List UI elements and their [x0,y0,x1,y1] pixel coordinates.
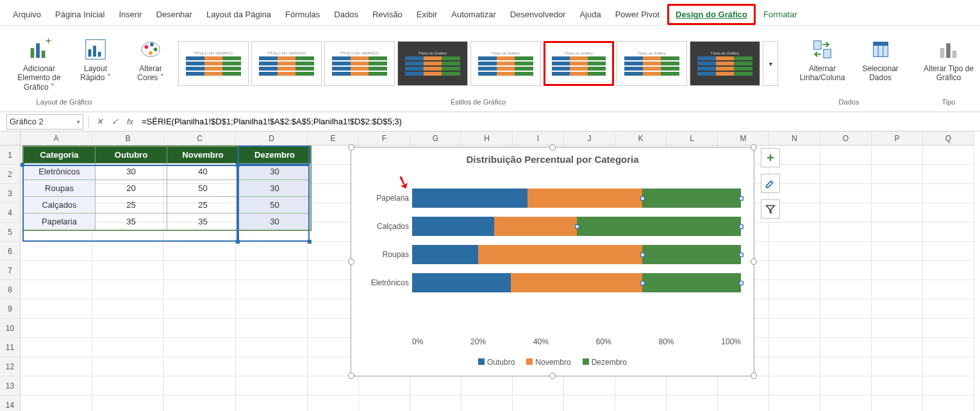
plot-area[interactable]: PapelariaCalçadosRoupasEletrônicos [412,180,741,331]
cell-D6[interactable] [236,242,308,261]
cell-A9[interactable] [21,299,92,319]
table-cell[interactable]: 20 [96,180,167,197]
bar-segment-outubro[interactable] [412,273,511,292]
bar-segment-dezembro[interactable] [642,245,741,264]
cell-C14[interactable] [164,396,236,411]
row-header-13[interactable]: 13 [0,376,21,396]
cell-O3[interactable] [820,184,872,203]
cell-Q14[interactable] [923,396,974,411]
cell-Q9[interactable] [923,299,974,319]
tab-exibir[interactable]: Exibir [410,6,444,23]
cell-A13[interactable] [21,376,92,396]
cell-N12[interactable] [769,357,820,376]
cell-B12[interactable] [92,357,164,376]
cell-B14[interactable] [92,396,164,411]
cell-J14[interactable] [564,396,615,411]
cell-Q3[interactable] [923,184,974,203]
cell-H13[interactable] [461,376,513,396]
table-cell[interactable]: Roupas [24,180,96,197]
table-cell[interactable]: 30 [239,180,311,197]
table-cell[interactable]: 30 [96,164,167,180]
tab-ajuda[interactable]: Ajuda [573,6,607,23]
quick-layout-button[interactable]: Layout Rápido ˅ [73,35,118,92]
cell-O13[interactable] [820,376,872,396]
cell-O12[interactable] [820,357,872,376]
cell-O5[interactable] [820,222,872,242]
change-colors-button[interactable]: Alterar Cores ˅ [131,35,170,92]
cell-F13[interactable] [359,376,410,396]
legend-item-novembro[interactable]: Novembro [526,358,570,367]
cell-D11[interactable] [236,338,308,357]
row-header-7[interactable]: 7 [0,261,21,280]
select-all-corner[interactable] [0,131,21,146]
cell-N13[interactable] [769,376,820,396]
column-headers[interactable]: ABCDEFGHIJKLMNOPQ [21,131,980,146]
cell-D7[interactable] [236,261,308,280]
cell-N11[interactable] [769,338,820,357]
table-cell[interactable]: 50 [239,197,311,214]
bar-segment-novembro[interactable] [511,273,642,292]
row-header-6[interactable]: 6 [0,242,21,261]
cell-O9[interactable] [820,299,872,319]
cell-B6[interactable] [92,242,164,261]
cell-A8[interactable] [21,280,92,299]
cell-F14[interactable] [359,396,410,411]
col-header-I[interactable]: I [513,131,564,146]
cell-D14[interactable] [236,396,308,411]
table-cell[interactable]: 25 [167,197,239,214]
chart-legend[interactable]: OutubroNovembroDezembro [351,358,754,367]
col-header-F[interactable]: F [359,131,410,146]
cell-N14[interactable] [769,396,820,411]
x-tick-label[interactable]: 0% [412,337,423,346]
cell-A10[interactable] [21,319,92,338]
cell-Q6[interactable] [923,242,974,261]
cell-O7[interactable] [820,261,872,280]
col-header-P[interactable]: P [872,131,923,146]
cell-C11[interactable] [164,338,236,357]
cell-P4[interactable] [872,203,923,222]
table-cell[interactable]: 25 [96,197,167,214]
bar-segment-novembro[interactable] [478,245,643,264]
chart-filter-button[interactable] [761,199,780,219]
tab-automatizar[interactable]: Automatizar [445,6,502,23]
cell-G13[interactable] [410,376,461,396]
cell-P13[interactable] [872,376,923,396]
y-category-label[interactable]: Papelaria [358,194,409,203]
cell-P7[interactable] [872,261,923,280]
table-cell[interactable]: Calçados [24,197,96,214]
y-category-label[interactable]: Calçados [358,222,409,231]
chart-style-1[interactable]: TÍTULO DO GRÁFICO [178,41,249,86]
tab-arquivo[interactable]: Arquivo [6,6,47,23]
col-header-N[interactable]: N [769,131,820,146]
cell-M13[interactable] [718,376,769,396]
legend-item-outubro[interactable]: Outubro [478,358,515,367]
col-header-C[interactable]: C [164,131,236,146]
worksheet[interactable]: 123456789101112131415 ABCDEFGHIJKLMNOPQ … [0,131,980,411]
cell-A6[interactable] [21,242,92,261]
table-cell[interactable]: 35 [96,214,167,230]
cell-C9[interactable] [164,299,236,319]
chart-style-2[interactable]: TÍTULO DO GRÁFICO [251,41,322,86]
cell-O10[interactable] [820,319,872,338]
col-header-D[interactable]: D [236,131,308,146]
table-cell[interactable]: Eletrônicos [24,164,96,180]
bar-segment-outubro[interactable] [412,217,494,236]
table-cell[interactable]: 50 [167,180,239,197]
cell-P5[interactable] [872,222,923,242]
cell-K14[interactable] [615,396,667,411]
cell-H14[interactable] [461,396,513,411]
bar-segment-dezembro[interactable] [577,217,742,236]
x-tick-label[interactable]: 60% [596,337,611,346]
table-cell[interactable]: 40 [167,164,239,180]
col-header-H[interactable]: H [461,131,513,146]
cell-B8[interactable] [92,280,164,299]
cell-P11[interactable] [872,338,923,357]
formula-input[interactable] [138,114,980,130]
row-header-8[interactable]: 8 [0,280,21,299]
cell-D9[interactable] [236,299,308,319]
cell-C12[interactable] [164,357,236,376]
cell-N6[interactable] [769,242,820,261]
cell-P12[interactable] [872,357,923,376]
chart-styles-button[interactable] [761,174,780,193]
cell-P3[interactable] [872,184,923,203]
